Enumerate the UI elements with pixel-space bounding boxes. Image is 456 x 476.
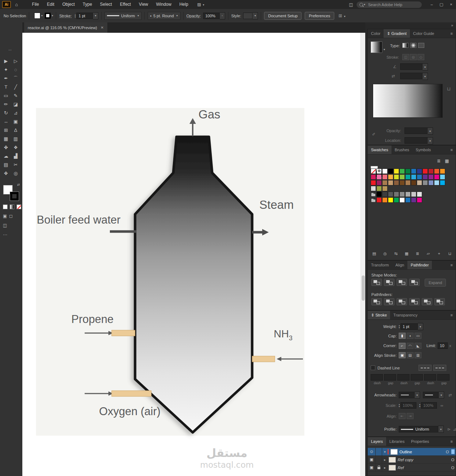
minimize-button[interactable]: – <box>427 0 437 9</box>
swatch[interactable] <box>411 180 416 185</box>
search-input[interactable] <box>367 2 412 7</box>
brush-dropdown[interactable]: •5 pt. Round▾ <box>148 12 180 20</box>
draw-normal-icon[interactable]: ▣ <box>3 214 7 219</box>
gradient-thumbnail[interactable] <box>371 41 382 53</box>
tool-paintbrush[interactable]: ✎ <box>11 91 21 100</box>
weight-stepper[interactable]: ▴▾ <box>399 324 400 329</box>
tool-type[interactable]: T <box>1 83 11 91</box>
preferences-button[interactable]: Preferences <box>305 12 334 20</box>
swatch[interactable] <box>388 197 393 203</box>
tool-selection[interactable]: ▶ <box>1 57 11 66</box>
list-view-toggle-icon[interactable]: ≣ <box>437 158 441 163</box>
stroke-indicator[interactable] <box>10 192 19 201</box>
opacity-label[interactable]: Opacity: <box>187 14 201 18</box>
swatch[interactable] <box>417 174 422 180</box>
reverse-gradient-icon[interactable]: ⇄ <box>392 74 395 78</box>
tab-color-guide[interactable]: Color Guide <box>410 29 438 38</box>
miter-join-icon[interactable]: ⌐ <box>399 343 406 349</box>
panel-menu-icon[interactable]: ≡ <box>448 437 456 446</box>
tool-symbol-sprayer[interactable]: ☁ <box>1 152 11 161</box>
menu-view[interactable]: View <box>135 0 152 9</box>
tab-transform[interactable]: Transform <box>368 261 392 269</box>
eye-icon[interactable]: ⊙ <box>368 448 376 455</box>
panel-toggle-icon[interactable]: ◫ <box>349 2 353 7</box>
dash-field[interactable] <box>397 374 410 381</box>
panel-menu-icon[interactable]: ≡ <box>448 145 456 154</box>
swatch[interactable] <box>428 180 434 185</box>
oxygen-label[interactable]: Oxygen (air) <box>99 405 161 418</box>
swatch[interactable] <box>399 174 405 180</box>
gradient-mode-button[interactable] <box>10 205 14 209</box>
style-caret-icon[interactable]: ▾ <box>252 12 258 19</box>
swatch[interactable] <box>371 192 376 197</box>
arrange-documents-icon[interactable]: ⊞ ▾ <box>339 13 345 18</box>
gradient-opacity-field[interactable] <box>404 127 428 134</box>
tab-libraries[interactable]: Libraries <box>386 437 408 446</box>
layer-name[interactable]: Ref copy <box>398 458 450 462</box>
boiler-feed-water-label[interactable]: Boiler feed water <box>37 214 121 226</box>
tool-width[interactable]: ↔ <box>1 117 11 126</box>
delete-stop-icon[interactable]: ⊔ <box>447 86 451 91</box>
swatch[interactable] <box>394 169 399 174</box>
document-setup-button[interactable]: Document Setup <box>264 12 301 20</box>
stroke-across-icon[interactable]: ◇ <box>417 54 424 60</box>
swatch[interactable] <box>382 186 388 191</box>
tab-symbols[interactable]: Symbols <box>412 145 434 154</box>
new-color-group-icon[interactable]: ▱ <box>425 251 432 256</box>
tool-rotate[interactable]: ↻ <box>1 109 11 117</box>
link-scale-icon[interactable]: ∞ <box>441 403 443 408</box>
template-icon[interactable]: ▣ <box>368 456 376 463</box>
collapse-dock-icon[interactable]: » <box>365 22 456 29</box>
butt-cap-icon[interactable]: ▮ <box>399 333 406 339</box>
swatch-libraries-icon[interactable]: ▤ <box>371 251 378 256</box>
menu-select[interactable]: Select <box>96 0 116 9</box>
workspace-switcher-icon[interactable]: ▨ ▾ <box>197 2 204 7</box>
panel-menu-icon[interactable]: ≡ <box>448 261 456 269</box>
preserve-dashes-icon[interactable] <box>419 365 432 371</box>
radial-gradient-icon[interactable] <box>410 43 416 48</box>
canvas-vertical-scrollbar[interactable] <box>361 33 366 476</box>
swatch[interactable] <box>388 192 393 197</box>
tab-properties[interactable]: Properties <box>408 437 432 446</box>
swap-arrowheads-icon[interactable]: ⇄ <box>448 393 452 398</box>
tool-zoom[interactable]: ◎ <box>11 169 21 178</box>
swatch[interactable] <box>388 180 393 185</box>
freeform-gradient-icon[interactable] <box>418 43 424 48</box>
arrow-align-start-icon[interactable]: ⇤ <box>399 413 406 419</box>
steam-label[interactable]: Steam <box>259 198 294 211</box>
tool-eraser[interactable]: ◪ <box>11 100 21 109</box>
swatch[interactable] <box>405 174 411 180</box>
tab-align[interactable]: Align <box>392 261 407 269</box>
swatch[interactable] <box>394 180 399 185</box>
list-view-icon[interactable]: ≣ <box>414 251 421 256</box>
swatch[interactable] <box>411 192 416 197</box>
arrowhead-end-dropdown[interactable] <box>423 392 439 398</box>
layer-target-icon[interactable]: O <box>444 450 450 454</box>
intersect-icon[interactable] <box>397 279 407 286</box>
trim-icon[interactable] <box>384 298 394 305</box>
swatch[interactable] <box>382 180 388 185</box>
tool-eyedropper[interactable]: ✤ <box>1 143 11 152</box>
tab-color[interactable]: Color <box>368 29 384 38</box>
gradient-angle-caret-icon[interactable]: ▾ <box>423 63 428 71</box>
bevel-join-icon[interactable]: ◣ <box>415 343 421 349</box>
layer-name[interactable]: Outline <box>399 450 444 454</box>
menu-effect[interactable]: Effect <box>116 0 135 9</box>
lock-icon[interactable] <box>376 464 382 471</box>
swatch[interactable] <box>423 169 428 174</box>
tab-stroke[interactable]: ⇕ Stroke <box>368 311 390 319</box>
swatch[interactable] <box>371 180 376 185</box>
menu-file[interactable]: File <box>28 0 43 9</box>
gradient-thumb-caret-icon[interactable]: ▾ <box>384 48 385 51</box>
layer-chevron-icon[interactable]: ▸ <box>382 466 388 470</box>
swatch[interactable] <box>382 169 388 174</box>
align-stroke-outside-icon[interactable]: ▥ <box>415 352 421 358</box>
tab-brushes[interactable]: Brushes <box>392 145 412 154</box>
nh3-subscript[interactable]: 3 <box>289 334 292 342</box>
align-stroke-inside-icon[interactable]: ▤ <box>407 352 413 358</box>
swatch[interactable] <box>376 192 382 197</box>
tool-gradient[interactable]: ▥ <box>11 135 21 143</box>
swap-fill-stroke-icon[interactable]: ⇄ <box>17 183 20 187</box>
tool-artboard[interactable]: ▤ <box>1 161 11 169</box>
minus-front-icon[interactable] <box>384 279 394 286</box>
